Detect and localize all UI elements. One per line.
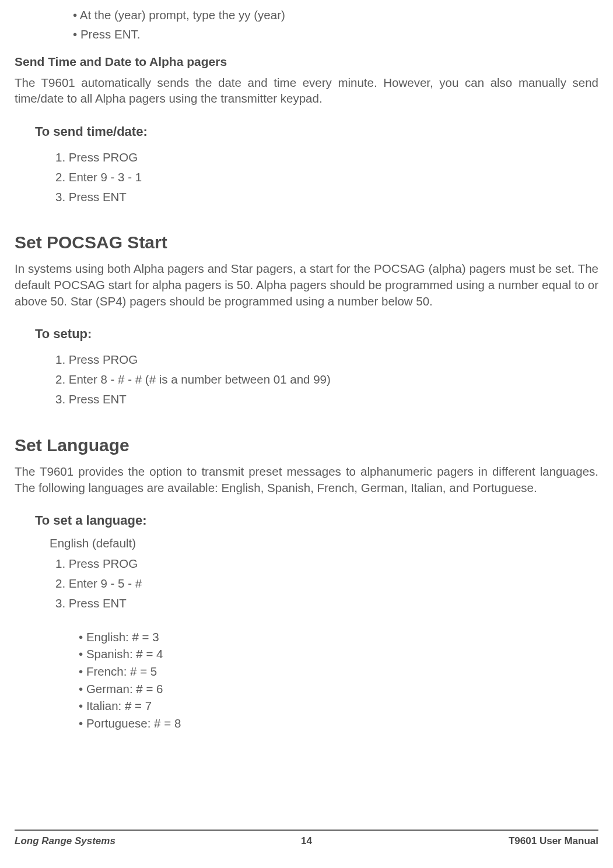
list-item: 2. Enter 9 - 3 - 1 — [55, 167, 598, 187]
language-codes-list: English: # = 3 Spanish: # = 4 French: # … — [79, 628, 598, 732]
language-steps: 1. Press PROG 2. Enter 9 - 5 - # 3. Pres… — [55, 554, 598, 613]
list-item: Press ENT. — [73, 25, 598, 44]
list-item: At the (year) prompt, type the yy (year) — [73, 6, 598, 25]
page-number: 14 — [301, 835, 312, 847]
list-item: 3. Press ENT — [55, 593, 598, 613]
list-item: 2. Enter 8 - # - # (# is a number betwee… — [55, 370, 598, 389]
list-item: Italian: # = 7 — [79, 697, 598, 715]
page-footer: Long Range Systems 14 T9601 User Manual — [15, 830, 598, 847]
to-setup-heading: To setup: — [35, 326, 598, 342]
list-item: Spanish: # = 4 — [79, 645, 598, 663]
footer-company: Long Range Systems — [15, 835, 115, 847]
send-time-date-heading: Send Time and Date to Alpha pagers — [15, 55, 598, 69]
page-content: At the (year) prompt, type the yy (year)… — [0, 0, 613, 732]
set-language-title: Set Language — [15, 435, 598, 455]
list-item: Portuguese: # = 8 — [79, 715, 598, 732]
to-send-time-date-heading: To send time/date: — [35, 124, 598, 139]
list-item: 3. Press ENT — [55, 389, 598, 409]
list-item: German: # = 6 — [79, 680, 598, 698]
send-time-date-body: The T9601 automatically sends the date a… — [15, 75, 598, 107]
list-item: 3. Press ENT — [55, 187, 598, 207]
list-item: 1. Press PROG — [55, 147, 598, 167]
set-pocsag-start-title: Set POCSAG Start — [15, 233, 598, 252]
list-item: 2. Enter 9 - 5 - # — [55, 574, 598, 593]
pocsag-body: In systems using both Alpha pagers and S… — [15, 261, 598, 309]
pocsag-steps: 1. Press PROG 2. Enter 8 - # - # (# is a… — [55, 350, 598, 409]
send-time-date-steps: 1. Press PROG 2. Enter 9 - 3 - 1 3. Pres… — [55, 147, 598, 206]
list-item: 1. Press PROG — [55, 350, 598, 370]
top-bullet-list: At the (year) prompt, type the yy (year)… — [73, 6, 598, 44]
english-default-note: English (default) — [50, 536, 598, 550]
list-item: 1. Press PROG — [55, 554, 598, 574]
to-set-language-heading: To set a language: — [35, 513, 598, 528]
language-body: The T9601 provides the option to transmi… — [15, 463, 598, 496]
list-item: French: # = 5 — [79, 663, 598, 680]
list-item: English: # = 3 — [79, 628, 598, 646]
footer-manual-title: T9601 User Manual — [509, 835, 598, 847]
